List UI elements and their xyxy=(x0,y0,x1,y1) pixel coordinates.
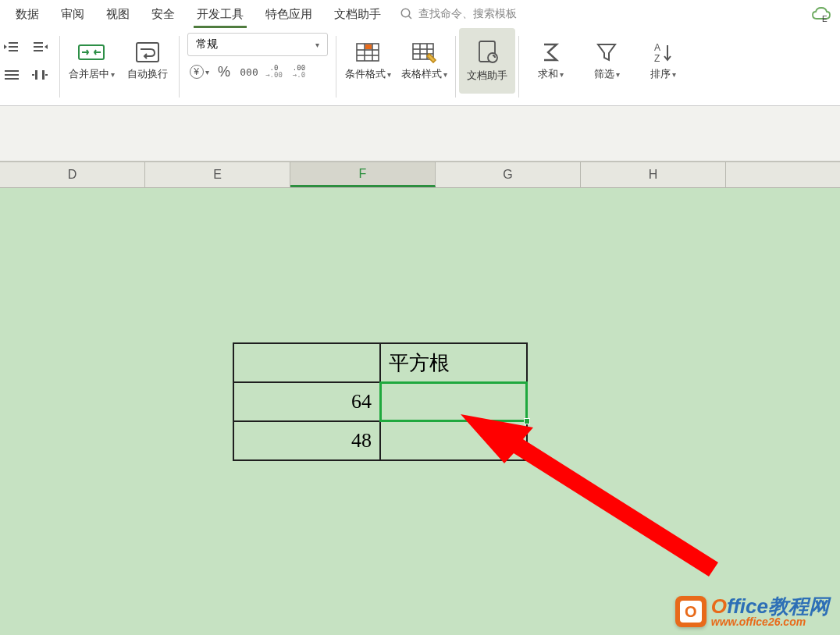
watermark-title: Office教程网 xyxy=(711,596,829,616)
wrap-text-button[interactable]: 自动换行 xyxy=(119,28,176,94)
sum-button[interactable]: 求和▾ xyxy=(522,28,578,94)
filter-button[interactable]: 筛选▾ xyxy=(578,28,635,94)
currency-button[interactable]: ¥ ▾ xyxy=(187,61,211,83)
wrap-text-icon xyxy=(133,41,162,64)
cell-header[interactable]: 平方根 xyxy=(380,343,527,382)
menu-developer[interactable]: 开发工具 xyxy=(186,0,254,28)
menu-review[interactable]: 审阅 xyxy=(50,0,95,28)
sort-button[interactable]: AZ 排序▾ xyxy=(635,28,691,94)
col-header-g[interactable]: G xyxy=(436,162,581,187)
merge-center-icon xyxy=(77,41,105,64)
svg-rect-10 xyxy=(5,74,19,76)
svg-rect-11 xyxy=(5,78,19,80)
doc-helper-icon xyxy=(473,39,501,66)
dropdown-caret-icon: ▾ xyxy=(672,70,676,79)
decrease-indent-icon[interactable] xyxy=(0,36,23,58)
col-header-e[interactable]: E xyxy=(145,162,290,187)
dropdown-caret-icon: ▾ xyxy=(205,68,209,76)
svg-rect-15 xyxy=(45,74,48,76)
watermark-url: www.office26.com xyxy=(711,616,829,627)
search-placeholder: 查找命令、搜索模板 xyxy=(418,7,517,21)
wrap-text-label: 自动换行 xyxy=(127,67,168,81)
ribbon-toolbar: 合并居中▾ 自动换行 常规 ▾ ¥ ▾ % 000 .0 →.00 .00 →.… xyxy=(0,28,840,106)
menu-data[interactable]: 数据 xyxy=(5,0,50,28)
currency-icon: ¥ xyxy=(190,65,204,79)
doc-helper-button[interactable]: 文档助手 xyxy=(459,28,515,94)
table-row: 64 xyxy=(233,382,527,421)
merge-center-button[interactable]: 合并居中▾ xyxy=(63,28,119,94)
formula-bar-area xyxy=(0,106,840,161)
table-row: 48 xyxy=(233,421,527,460)
command-search[interactable]: 查找命令、搜索模板 xyxy=(400,7,517,21)
svg-rect-4 xyxy=(9,46,18,48)
table-row: 平方根 xyxy=(233,343,527,382)
menu-view[interactable]: 视图 xyxy=(95,0,141,28)
increase-decimal-button[interactable]: .0 →.00 xyxy=(262,61,286,83)
dropdown-caret-icon: ▾ xyxy=(443,70,447,79)
menu-bar: 数据 审阅 视图 安全 开发工具 特色应用 文档助手 查找命令、搜索模板 E xyxy=(0,0,840,28)
dropdown-caret-icon: ▾ xyxy=(315,41,319,49)
column-headers: D E F G H xyxy=(0,161,840,188)
sigma-icon xyxy=(539,41,562,64)
selection-outline xyxy=(379,381,528,422)
conditional-format-button[interactable]: 条件格式▾ xyxy=(340,28,396,94)
menu-special[interactable]: 特色应用 xyxy=(254,0,323,28)
cell[interactable] xyxy=(233,343,380,382)
cell-selected[interactable] xyxy=(380,382,527,421)
svg-rect-5 xyxy=(9,50,18,51)
filter-label: 筛选 xyxy=(594,67,614,81)
svg-text:E: E xyxy=(822,15,828,23)
cell-value[interactable]: 64 xyxy=(233,382,380,421)
dropdown-caret-icon: ▾ xyxy=(560,70,564,79)
number-format-group: 常规 ▾ ¥ ▾ % 000 .0 →.00 .00 →.0 xyxy=(183,28,333,105)
table-style-button[interactable]: 表格样式▾ xyxy=(396,28,452,94)
svg-rect-12 xyxy=(35,70,37,80)
svg-rect-14 xyxy=(32,74,34,76)
watermark: O Office教程网 www.office26.com xyxy=(675,596,829,627)
svg-rect-7 xyxy=(34,46,43,48)
svg-rect-9 xyxy=(5,70,19,72)
svg-rect-3 xyxy=(9,42,18,44)
svg-text:Z: Z xyxy=(654,53,660,64)
decrease-decimal-button[interactable]: .00 →.0 xyxy=(287,61,311,83)
menu-security[interactable]: 安全 xyxy=(141,0,186,28)
dropdown-caret-icon: ▾ xyxy=(616,70,620,79)
cell[interactable] xyxy=(380,421,527,460)
spreadsheet-grid[interactable]: 平方根 64 48 O Office教程网 ww xyxy=(0,188,840,635)
svg-rect-13 xyxy=(42,70,44,80)
number-format-value: 常规 xyxy=(196,37,218,51)
svg-rect-8 xyxy=(34,50,43,51)
increase-indent-icon[interactable] xyxy=(28,36,52,58)
svg-rect-6 xyxy=(34,42,43,44)
svg-point-0 xyxy=(401,9,410,17)
number-format-select[interactable]: 常规 ▾ xyxy=(187,33,328,56)
col-header-h[interactable]: H xyxy=(581,162,726,187)
indent-align-group xyxy=(0,28,56,105)
dropdown-caret-icon: ▾ xyxy=(111,70,115,79)
search-icon xyxy=(400,7,414,21)
conditional-format-label: 条件格式 xyxy=(345,67,386,81)
fill-handle[interactable] xyxy=(524,418,530,424)
merge-center-label: 合并居中 xyxy=(69,67,109,81)
comma-style-button[interactable]: 000 xyxy=(237,61,261,83)
cloud-sync-icon[interactable]: E xyxy=(810,5,832,26)
svg-line-1 xyxy=(408,16,411,19)
percent-button[interactable]: % xyxy=(212,61,236,83)
align-distribute-icon[interactable] xyxy=(28,64,52,86)
doc-helper-label: 文档助手 xyxy=(467,69,507,83)
svg-rect-23 xyxy=(365,44,372,49)
cell-value[interactable]: 48 xyxy=(233,421,380,460)
table-style-icon xyxy=(410,41,438,64)
align-justify-icon[interactable] xyxy=(0,64,23,86)
svg-point-30 xyxy=(488,53,497,62)
svg-text:A: A xyxy=(654,42,660,53)
menu-doc-helper[interactable]: 文档助手 xyxy=(323,0,392,28)
col-header-d[interactable]: D xyxy=(0,162,145,187)
funnel-icon xyxy=(595,41,618,64)
data-table: 平方根 64 48 xyxy=(233,342,528,461)
dropdown-caret-icon: ▾ xyxy=(387,70,391,79)
sort-icon: AZ xyxy=(651,41,674,64)
sort-label: 排序 xyxy=(650,67,671,81)
watermark-badge: O xyxy=(675,596,707,627)
col-header-f[interactable]: F xyxy=(290,162,436,187)
